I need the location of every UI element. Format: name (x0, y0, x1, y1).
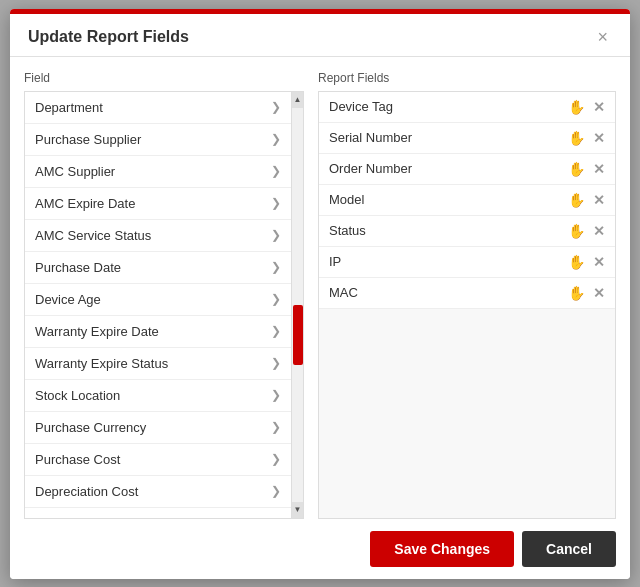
report-item-actions: ✋ ✕ (568, 130, 605, 146)
remove-icon[interactable]: ✕ (593, 223, 605, 239)
field-item[interactable]: Depreciation Cost❯ (25, 476, 291, 508)
chevron-icon: ❯ (271, 164, 281, 178)
report-item: Model ✋ ✕ (319, 185, 615, 216)
save-button[interactable]: Save Changes (370, 531, 514, 567)
field-item-label: AMC Supplier (35, 164, 115, 179)
drag-icon[interactable]: ✋ (568, 192, 585, 208)
modal: Update Report Fields × Field Department❯… (10, 9, 630, 579)
modal-overlay: Update Report Fields × Field Department❯… (0, 0, 640, 587)
field-item-label: Purchase Currency (35, 420, 146, 435)
report-item-label: Serial Number (329, 130, 568, 145)
field-item[interactable]: AMC Expire Date❯ (25, 188, 291, 220)
drag-icon[interactable]: ✋ (568, 285, 585, 301)
modal-title: Update Report Fields (28, 28, 189, 46)
field-item-label: Depreciation Cost (35, 484, 138, 499)
custom-scrollbar: ▲ ▼ (291, 92, 303, 518)
chevron-icon: ❯ (271, 388, 281, 402)
field-item-label: AMC Expire Date (35, 196, 135, 211)
modal-header: Update Report Fields × (10, 14, 630, 57)
remove-icon[interactable]: ✕ (593, 254, 605, 270)
field-item[interactable]: Warranty Expire Status❯ (25, 348, 291, 380)
drag-icon[interactable]: ✋ (568, 130, 585, 146)
remove-icon[interactable]: ✕ (593, 285, 605, 301)
remove-icon[interactable]: ✕ (593, 99, 605, 115)
drag-icon[interactable]: ✋ (568, 223, 585, 239)
field-item[interactable]: AMC Supplier❯ (25, 156, 291, 188)
field-item-label: Purchase Supplier (35, 132, 141, 147)
field-item-label: Department (35, 100, 103, 115)
field-item[interactable]: Purchase Supplier❯ (25, 124, 291, 156)
report-item: MAC ✋ ✕ (319, 278, 615, 309)
scroll-track (292, 108, 303, 502)
left-panel: Field Department❯Purchase Supplier❯AMC S… (24, 71, 304, 519)
report-item-actions: ✋ ✕ (568, 285, 605, 301)
report-item: IP ✋ ✕ (319, 247, 615, 278)
right-panel: Report Fields Device Tag ✋ ✕ Serial Numb… (318, 71, 616, 519)
remove-icon[interactable]: ✕ (593, 192, 605, 208)
chevron-icon: ❯ (271, 452, 281, 466)
field-item[interactable]: Stock Location❯ (25, 380, 291, 412)
report-item: Serial Number ✋ ✕ (319, 123, 615, 154)
chevron-icon: ❯ (271, 260, 281, 274)
field-item[interactable]: AMC Service Status❯ (25, 220, 291, 252)
report-item-label: Model (329, 192, 568, 207)
report-item: Order Number ✋ ✕ (319, 154, 615, 185)
remove-icon[interactable]: ✕ (593, 130, 605, 146)
chevron-icon: ❯ (271, 484, 281, 498)
field-item-label: Purchase Cost (35, 452, 120, 467)
field-item[interactable]: Department❯ (25, 92, 291, 124)
field-list: Department❯Purchase Supplier❯AMC Supplie… (25, 92, 291, 518)
scroll-thumb[interactable] (293, 305, 303, 365)
report-item-actions: ✋ ✕ (568, 223, 605, 239)
field-item-label: AMC Service Status (35, 228, 151, 243)
close-button[interactable]: × (593, 28, 612, 46)
left-panel-label: Field (24, 71, 304, 85)
report-item-label: MAC (329, 285, 568, 300)
field-item[interactable]: Purchase Currency❯ (25, 412, 291, 444)
report-item-label: Status (329, 223, 568, 238)
field-item-label: Warranty Expire Date (35, 324, 159, 339)
field-item[interactable]: Warranty Expire Date❯ (25, 316, 291, 348)
chevron-icon: ❯ (271, 356, 281, 370)
report-item-actions: ✋ ✕ (568, 99, 605, 115)
field-item-label: Stock Location (35, 388, 120, 403)
field-item[interactable]: Purchase Cost❯ (25, 444, 291, 476)
chevron-icon: ❯ (271, 132, 281, 146)
chevron-icon: ❯ (271, 100, 281, 114)
chevron-icon: ❯ (271, 292, 281, 306)
remove-icon[interactable]: ✕ (593, 161, 605, 177)
field-item-label: Purchase Date (35, 260, 121, 275)
scroll-down-button[interactable]: ▼ (292, 502, 303, 518)
report-item-label: Device Tag (329, 99, 568, 114)
field-item[interactable]: Purchase Date❯ (25, 252, 291, 284)
drag-icon[interactable]: ✋ (568, 254, 585, 270)
field-item-label: Warranty Expire Status (35, 356, 168, 371)
chevron-icon: ❯ (271, 228, 281, 242)
field-item-label: Device Age (35, 292, 101, 307)
report-item-actions: ✋ ✕ (568, 192, 605, 208)
chevron-icon: ❯ (271, 324, 281, 338)
report-item-actions: ✋ ✕ (568, 161, 605, 177)
field-item[interactable]: Device Age❯ (25, 284, 291, 316)
report-item-label: Order Number (329, 161, 568, 176)
drag-icon[interactable]: ✋ (568, 161, 585, 177)
report-item: Status ✋ ✕ (319, 216, 615, 247)
modal-body: Field Department❯Purchase Supplier❯AMC S… (10, 57, 630, 519)
report-item-label: IP (329, 254, 568, 269)
report-item-actions: ✋ ✕ (568, 254, 605, 270)
scroll-up-button[interactable]: ▲ (292, 92, 303, 108)
modal-footer: Save Changes Cancel (10, 519, 630, 579)
cancel-button[interactable]: Cancel (522, 531, 616, 567)
chevron-icon: ❯ (271, 196, 281, 210)
chevron-icon: ❯ (271, 420, 281, 434)
report-list-wrapper: Device Tag ✋ ✕ Serial Number ✋ ✕ Order N… (318, 91, 616, 519)
drag-icon[interactable]: ✋ (568, 99, 585, 115)
field-list-wrapper: Department❯Purchase Supplier❯AMC Supplie… (24, 91, 304, 519)
right-panel-label: Report Fields (318, 71, 616, 85)
report-item: Device Tag ✋ ✕ (319, 92, 615, 123)
